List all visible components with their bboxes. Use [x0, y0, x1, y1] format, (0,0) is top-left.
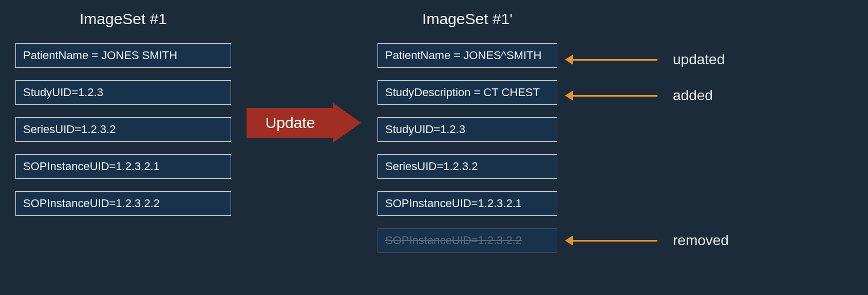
annotation-added-row: added: [565, 87, 713, 104]
update-arrow: Update: [247, 103, 365, 143]
annotation-removed-row: removed: [565, 232, 729, 249]
attribute-box: PatientName = JONES SMITH: [15, 43, 231, 68]
attribute-text: SOPInstanceUID=1.2.3.2.1: [23, 160, 160, 173]
attribute-box: SOPInstanceUID=1.2.3.2.2: [15, 191, 231, 216]
imageset-before: ImageSet #1 PatientName = JONES SMITH St…: [15, 10, 231, 228]
annotation-added-label: added: [673, 87, 713, 104]
arrow-right-icon: [333, 103, 361, 143]
attribute-box: StudyUID=1.2.3: [15, 80, 231, 105]
attribute-text: StudyUID=1.2.3: [23, 86, 103, 99]
attribute-box: SeriesUID=1.2.3.2: [378, 154, 557, 179]
imageset-after: ImageSet #1' PatientName = JONES^SMITH S…: [378, 10, 557, 265]
imageset-after-title: ImageSet #1': [378, 10, 557, 28]
update-arrow-label: Update: [247, 108, 334, 138]
attribute-text: SeriesUID=1.2.3.2: [23, 123, 116, 136]
attribute-text: PatientName = JONES^SMITH: [385, 49, 541, 62]
attribute-box: SOPInstanceUID=1.2.3.2.1: [378, 191, 557, 216]
attribute-box: SeriesUID=1.2.3.2: [15, 117, 231, 142]
attribute-text: SOPInstanceUID=1.2.3.2.2: [385, 234, 522, 247]
attribute-box: StudyUID=1.2.3: [378, 117, 557, 142]
attribute-box: SOPInstanceUID=1.2.3.2.1: [15, 154, 231, 179]
attribute-box-removed: SOPInstanceUID=1.2.3.2.2: [378, 228, 557, 253]
attribute-text: StudyDescription = CT CHEST: [385, 86, 540, 99]
attribute-text: StudyUID=1.2.3: [385, 123, 465, 136]
attribute-text: SOPInstanceUID=1.2.3.2.1: [385, 197, 522, 210]
attribute-text: SeriesUID=1.2.3.2: [385, 160, 478, 173]
arrow-left-icon: [565, 90, 657, 101]
arrow-left-icon: [565, 54, 657, 65]
annotation-updated-row: updated: [565, 51, 725, 68]
imageset-before-title: ImageSet #1: [15, 10, 231, 28]
arrow-left-icon: [565, 235, 657, 246]
attribute-text: SOPInstanceUID=1.2.3.2.2: [23, 197, 160, 210]
attribute-box: PatientName = JONES^SMITH: [378, 43, 557, 68]
annotation-removed-label: removed: [673, 232, 729, 249]
annotation-updated-label: updated: [673, 51, 725, 68]
attribute-box: StudyDescription = CT CHEST: [378, 80, 557, 105]
attribute-text: PatientName = JONES SMITH: [23, 49, 177, 62]
